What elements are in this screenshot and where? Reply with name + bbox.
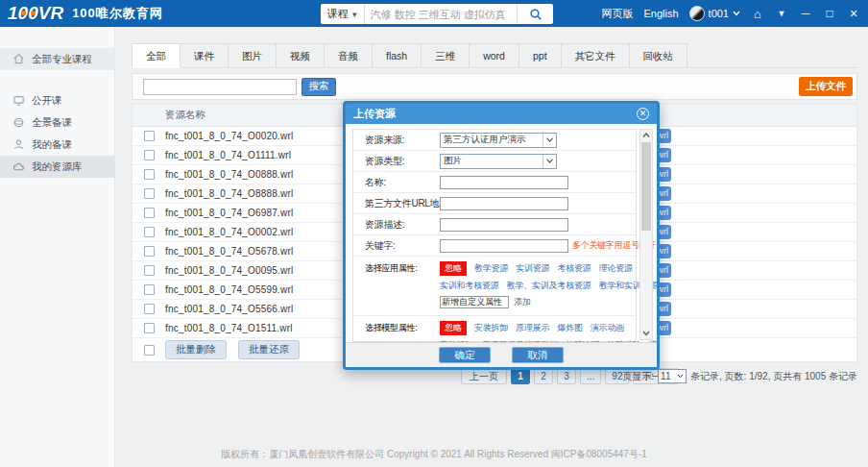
row-filename: fnc_t001_8_0_74_O0095.wrl — [165, 265, 293, 276]
home-icon[interactable]: ⌂ — [751, 8, 764, 20]
sidebar-item-my-resources[interactable]: 我的资源库 — [0, 156, 114, 178]
language-link[interactable]: English — [644, 8, 679, 19]
model-attr-tag[interactable]: 演示动画 — [591, 322, 624, 334]
modal-scrollbar[interactable] — [639, 129, 653, 340]
row-checkbox[interactable] — [144, 150, 155, 160]
user-menu[interactable]: t001 — [689, 6, 740, 21]
chevron-down-icon — [677, 374, 684, 379]
maximize-icon[interactable]: □ — [823, 8, 836, 19]
global-search-input[interactable] — [365, 6, 517, 22]
page-button-1[interactable]: 1 — [511, 368, 530, 384]
row-checkbox[interactable] — [144, 246, 155, 257]
app-attr-tag[interactable]: 教学资源 — [474, 262, 508, 275]
new-attribute-input[interactable] — [440, 296, 509, 308]
scrollbar-thumb[interactable] — [641, 142, 651, 231]
tab-all[interactable]: 全部 — [132, 43, 181, 68]
form-row-desc: 资源描述: — [353, 214, 636, 235]
scroll-down-icon[interactable] — [640, 328, 652, 339]
batch-delete-button[interactable]: 批量删除 — [165, 340, 227, 359]
app-attr-tag[interactable]: 实训和考核资源 — [440, 280, 499, 292]
row-checkbox[interactable] — [144, 208, 155, 218]
tab-flash[interactable]: flash — [373, 43, 422, 68]
row-checkbox[interactable] — [144, 265, 155, 276]
model-attributes-section: 选择模型属性: 忽略 安装拆卸 原理展示 爆炸图 演示动画 安装拆卸、原理展示及… — [353, 316, 636, 342]
row-filename: fnc_t001_8_0_74_O5678.wrl — [165, 246, 293, 257]
row-checkbox[interactable] — [144, 304, 155, 314]
sidebar-item-all-courses[interactable]: 全部专业课程 — [0, 48, 114, 70]
row-checkbox[interactable] — [144, 131, 155, 141]
type-select[interactable]: 图片 — [440, 154, 557, 169]
row-checkbox[interactable] — [144, 227, 155, 237]
type-select-value: 图片 — [444, 155, 462, 167]
select-all-checkbox[interactable] — [144, 345, 155, 356]
chevron-down-icon — [733, 11, 740, 16]
ignore-badge[interactable]: 忽略 — [440, 261, 467, 276]
resource-search-input[interactable] — [143, 79, 297, 95]
sidebar-item-my-prep[interactable]: 我的备课 — [0, 134, 114, 156]
avatar — [689, 6, 705, 21]
model-attr-tag[interactable]: 故障排除 — [607, 339, 640, 342]
logo-text: 100VR — [8, 3, 63, 24]
tab-recycle-bin[interactable]: 回收站 — [630, 43, 688, 68]
field-label: 选择应用属性: — [365, 261, 440, 275]
search-button[interactable] — [517, 4, 553, 24]
app-attr-tag[interactable]: 实训资源 — [516, 262, 549, 275]
sidebar: 全部专业课程 公开课 全景备课 我的备课 我的资源库 — [0, 27, 115, 467]
desc-input[interactable] — [440, 218, 568, 232]
batch-restore-button[interactable]: 批量还原 — [238, 340, 300, 359]
tab-video[interactable]: 视频 — [277, 43, 325, 68]
row-checkbox[interactable] — [144, 169, 155, 180]
row-checkbox[interactable] — [144, 323, 155, 333]
tab-ppt[interactable]: ppt — [519, 43, 562, 68]
model-attribute-tags: 忽略 安装拆卸 原理展示 爆炸图 演示动画 安装拆卸、原理展示及演示动画 故障诊… — [440, 321, 657, 342]
global-search: 课程 ▾ — [321, 4, 553, 24]
confirm-button[interactable]: 确定 — [439, 347, 491, 363]
search-category-dropdown[interactable]: 课程 ▾ — [321, 4, 365, 24]
sidebar-item-panorama-prep[interactable]: 全景备课 — [0, 111, 114, 134]
field-label: 资源类型: — [365, 155, 440, 168]
close-icon[interactable]: × — [847, 7, 860, 20]
field-label: 资源描述: — [365, 218, 440, 232]
logo[interactable]: 100VR 100唯尔教育网 — [8, 3, 163, 24]
web-version-link[interactable]: 网页版 — [602, 7, 634, 21]
row-checkbox[interactable] — [144, 284, 155, 295]
per-page-select[interactable]: 11 — [658, 369, 687, 383]
name-input[interactable] — [440, 176, 568, 189]
cancel-button[interactable]: 取消 — [512, 347, 564, 363]
row-filename: fnc_t001_8_0_74_O8888.wrl — [165, 188, 293, 199]
scroll-up-icon[interactable] — [640, 130, 652, 141]
prev-page-button[interactable]: 上一页 — [461, 368, 507, 384]
search-submit-button[interactable]: 搜索 — [301, 78, 336, 96]
model-attr-tag[interactable]: 安装拆卸、原理展示及演示动画 — [440, 339, 558, 342]
model-attr-tag[interactable]: 安装拆卸 — [474, 322, 508, 334]
tab-courseware[interactable]: 课件 — [181, 43, 229, 68]
username: t001 — [709, 8, 729, 19]
tab-image[interactable]: 图片 — [229, 43, 277, 68]
tab-word[interactable]: word — [470, 43, 519, 68]
minimize-icon[interactable]: ─ — [799, 8, 812, 19]
add-attribute-link[interactable]: 添加 — [514, 296, 531, 308]
keywords-input[interactable] — [440, 239, 568, 253]
caret-down-icon: ▾ — [352, 10, 357, 19]
source-select[interactable]: 第三方认证用户演示 — [440, 133, 557, 148]
page-button-2[interactable]: 2 — [534, 368, 553, 384]
modal-close-icon[interactable]: ✕ — [637, 108, 649, 120]
menu-caret-icon[interactable]: ▼ — [775, 10, 788, 18]
upload-file-button[interactable]: 上传文件 — [799, 77, 853, 96]
ignore-badge[interactable]: 忽略 — [440, 321, 467, 335]
sidebar-item-open-courses[interactable]: 公开课 — [0, 89, 114, 111]
model-attr-tag[interactable]: 原理展示 — [516, 322, 549, 334]
model-attr-tag[interactable]: 爆炸图 — [557, 322, 582, 334]
select-arrow-icon — [542, 155, 556, 168]
tab-other-files[interactable]: 其它文件 — [562, 43, 630, 68]
resource-toolbar: 搜索 上传文件 — [132, 73, 857, 100]
page-button-3[interactable]: 3 — [557, 368, 576, 384]
url-input[interactable] — [440, 197, 568, 210]
tab-3d[interactable]: 三维 — [422, 43, 470, 68]
app-attr-tag[interactable]: 理论资源 — [599, 262, 633, 275]
app-attr-tag[interactable]: 教学、实训及考核资源 — [507, 280, 591, 292]
tab-audio[interactable]: 音频 — [325, 43, 373, 68]
row-checkbox[interactable] — [144, 188, 155, 199]
model-attr-tag[interactable]: 故障诊断 — [566, 339, 599, 342]
app-attr-tag[interactable]: 考核资源 — [557, 262, 591, 275]
